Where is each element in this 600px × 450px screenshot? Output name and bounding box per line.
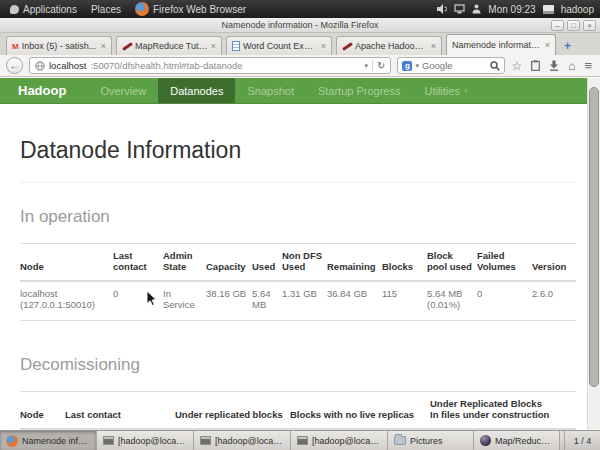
nav-item-snapshot[interactable]: Snapshot bbox=[235, 78, 305, 103]
column-header: Block pool used bbox=[427, 244, 477, 282]
tab-close-icon[interactable]: × bbox=[545, 40, 550, 50]
scrollbar-thumb[interactable] bbox=[589, 87, 599, 387]
node-cell: localhost (127.0.0.1:50010) bbox=[20, 281, 113, 321]
tutorial-site-icon bbox=[342, 41, 352, 51]
maximize-button[interactable]: □ bbox=[567, 20, 580, 31]
username-label[interactable]: hadoop bbox=[561, 4, 594, 15]
column-header: Node bbox=[20, 392, 65, 430]
document-icon bbox=[232, 41, 240, 51]
menu-icon[interactable]: ≡ bbox=[584, 60, 592, 72]
used-cell: 5.64 MB bbox=[252, 281, 282, 321]
applications-label: Applications bbox=[23, 4, 77, 15]
url-bar[interactable]: localhost :50070/dfshealth.html#tab-data… bbox=[29, 57, 391, 74]
active-app-indicator[interactable]: Firefox Web Browser bbox=[131, 0, 250, 18]
tab-label: MapReduce Tutorial bbox=[135, 41, 208, 51]
table-row: localhost (127.0.0.1:50010) 0 In Service… bbox=[20, 281, 576, 321]
tab-close-icon[interactable]: × bbox=[211, 41, 216, 51]
tab-word-count[interactable]: Word Count Exam... × bbox=[226, 36, 332, 55]
url-path: :50070/dfshealth.html#tab-datanode bbox=[91, 60, 361, 71]
column-header: Admin State bbox=[163, 244, 206, 282]
column-header: Capacity bbox=[206, 244, 252, 282]
pager-label: 1 / 4 bbox=[574, 436, 592, 446]
reload-icon[interactable]: ↻ bbox=[372, 60, 385, 71]
minimize-button[interactable]: – bbox=[551, 20, 564, 31]
mouse-cursor bbox=[146, 290, 158, 308]
tab-label: Word Count Exam... bbox=[243, 41, 318, 51]
globe-icon bbox=[35, 61, 45, 71]
active-app-title: Firefox Web Browser bbox=[153, 4, 246, 15]
browser-viewport: Hadoop Overview Datanodes Snapshot Start… bbox=[0, 78, 600, 430]
chevron-down-icon: ▾ bbox=[464, 87, 468, 95]
decommissioning-heading: Decomissioning bbox=[20, 355, 576, 375]
home-icon[interactable]: ⌂ bbox=[568, 60, 575, 72]
taskbar-window-firefox[interactable]: Namenode infor... bbox=[0, 431, 97, 450]
blocks-cell: 115 bbox=[382, 281, 427, 321]
workspace-pager[interactable]: 1 / 4 bbox=[564, 431, 600, 450]
version-cell: 2.6.0 bbox=[532, 281, 576, 321]
tab-close-icon[interactable]: × bbox=[101, 41, 106, 51]
task-label: [hadoop@localh... bbox=[118, 436, 187, 446]
gmail-icon: M bbox=[12, 42, 19, 51]
taskbar-window-eclipse[interactable]: Map/Reduce - E... bbox=[474, 431, 560, 450]
taskbar-window-terminal-1[interactable]: [hadoop@localh... bbox=[97, 431, 194, 450]
tab-namenode-information[interactable]: Namenode information × bbox=[446, 34, 556, 55]
nav-label: Datanodes bbox=[170, 85, 223, 97]
firefox-icon bbox=[6, 435, 18, 447]
search-icon[interactable] bbox=[490, 61, 500, 71]
column-header: Non DFS Used bbox=[282, 244, 327, 282]
applications-menu[interactable]: Applications bbox=[6, 0, 81, 18]
search-input[interactable] bbox=[422, 60, 487, 71]
tab-apache-hadoop[interactable]: Apache Hadoop 2.... × bbox=[336, 36, 442, 55]
network-icon[interactable] bbox=[454, 4, 465, 14]
terminal-icon bbox=[103, 436, 114, 445]
navigation-toolbar: ← localhost :50070/dfshealth.html#tab-da… bbox=[0, 55, 600, 77]
tab-label: Apache Hadoop 2.... bbox=[355, 41, 428, 51]
bookmarks-clipboard-icon[interactable] bbox=[531, 60, 540, 71]
tab-close-icon[interactable]: × bbox=[431, 41, 436, 51]
tab-mapreduce-tutorial[interactable]: MapReduce Tutorial × bbox=[116, 36, 222, 55]
column-header: Used bbox=[252, 244, 282, 282]
downloads-icon[interactable] bbox=[549, 60, 559, 71]
eclipse-icon bbox=[480, 435, 491, 446]
firefox-icon bbox=[135, 2, 149, 16]
user-status-icon[interactable] bbox=[472, 4, 481, 14]
url-dropdown-icon[interactable]: ▾ bbox=[364, 62, 368, 70]
task-label: [hadoop@localh... bbox=[312, 436, 381, 446]
search-bar[interactable]: g ▾ bbox=[397, 57, 505, 74]
table-header-row: Node Last contact Under replicated block… bbox=[20, 392, 576, 430]
task-label: [hadoop@localh... bbox=[215, 436, 284, 446]
taskbar-window-terminal-3[interactable]: [hadoop@localh... bbox=[291, 431, 388, 450]
hadoop-brand[interactable]: Hadoop bbox=[18, 83, 66, 98]
task-label: Pictures bbox=[410, 436, 443, 446]
nav-item-utilities[interactable]: Utilities ▾ bbox=[412, 78, 479, 103]
table-header-row: Node Last contact Admin State Capacity U… bbox=[20, 244, 576, 282]
taskbar-window-terminal-2[interactable]: [hadoop@localh... bbox=[194, 431, 291, 450]
taskbar-window-pictures[interactable]: Pictures bbox=[388, 431, 474, 450]
places-menu[interactable]: Places bbox=[87, 0, 125, 18]
engine-dropdown-icon[interactable]: ▾ bbox=[415, 62, 419, 70]
nav-item-overview[interactable]: Overview bbox=[88, 78, 158, 103]
in-operation-table: Node Last contact Admin State Capacity U… bbox=[20, 243, 576, 321]
page-scrollbar[interactable] bbox=[587, 78, 600, 430]
nav-item-startup-progress[interactable]: Startup Progress bbox=[306, 78, 413, 103]
back-button[interactable]: ← bbox=[6, 57, 23, 74]
remaining-cell: 36.84 GB bbox=[327, 281, 382, 321]
column-header: Last contact bbox=[65, 392, 175, 430]
clock[interactable]: Mon 09:23 bbox=[488, 4, 535, 15]
new-tab-button[interactable]: + bbox=[560, 39, 575, 55]
column-header: Under Replicated Blocks In files under c… bbox=[430, 392, 576, 430]
column-header: Blocks bbox=[382, 244, 427, 282]
decommissioning-table: Node Last contact Under replicated block… bbox=[20, 391, 576, 430]
failed-volumes-cell: 0 bbox=[477, 281, 532, 321]
volume-icon[interactable] bbox=[437, 4, 447, 14]
search-engine-icon[interactable]: g bbox=[402, 61, 412, 71]
task-label: Map/Reduce - E... bbox=[495, 436, 553, 446]
close-button[interactable]: × bbox=[583, 20, 596, 31]
in-operation-heading: In operation bbox=[20, 207, 576, 227]
tab-inbox[interactable]: M Inbox (5) - satish... × bbox=[6, 36, 112, 55]
tab-close-icon[interactable]: × bbox=[321, 41, 326, 51]
keyboard-layout-icon[interactable] bbox=[543, 5, 554, 14]
nav-label: Overview bbox=[100, 85, 146, 97]
bookmark-star-icon[interactable]: ☆ bbox=[511, 60, 522, 72]
nav-item-datanodes[interactable]: Datanodes bbox=[158, 78, 235, 103]
